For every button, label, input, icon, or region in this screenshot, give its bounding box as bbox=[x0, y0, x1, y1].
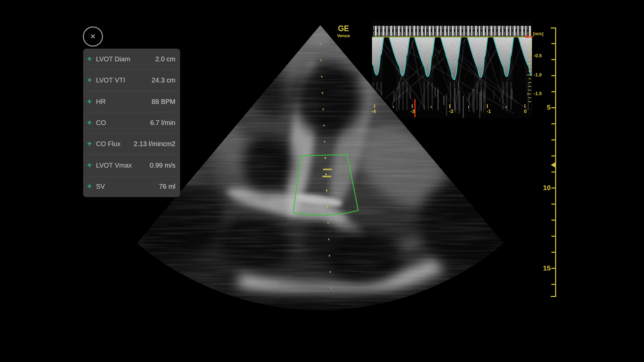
add-measurement-icon[interactable]: + bbox=[87, 140, 96, 148]
measurement-value: 88 BPM bbox=[152, 98, 175, 106]
measurement-row[interactable]: +LVOT Vmax0.99 m/s bbox=[83, 155, 180, 176]
measurement-value: 2.13 l/mincm2 bbox=[134, 140, 176, 148]
add-measurement-icon[interactable]: + bbox=[87, 76, 96, 84]
measurement-label: LVOT VTI bbox=[96, 76, 152, 84]
measurement-value: 0.99 m/s bbox=[150, 162, 175, 169]
add-measurement-icon[interactable]: + bbox=[87, 98, 96, 106]
measurement-value: 2.0 cm bbox=[155, 55, 175, 63]
focus-depth-marker[interactable] bbox=[551, 162, 556, 168]
spectral-doppler-panel bbox=[363, 21, 539, 120]
measurement-row[interactable]: +LVOT Diam2.0 cm bbox=[83, 49, 180, 69]
measurement-row[interactable]: +CO Flux2.13 l/mincm2 bbox=[83, 133, 180, 155]
timeline-cursor[interactable] bbox=[414, 99, 416, 117]
measurement-value: 24.3 cm bbox=[152, 76, 175, 84]
measurement-label: CO bbox=[96, 119, 150, 127]
add-measurement-icon[interactable]: + bbox=[87, 55, 96, 63]
add-measurement-icon[interactable]: + bbox=[87, 119, 96, 127]
measurement-label: HR bbox=[96, 98, 152, 106]
measurement-value: 6.7 l/min bbox=[150, 119, 175, 127]
measurement-row[interactable]: +SV76 ml bbox=[83, 176, 180, 197]
add-measurement-icon[interactable]: + bbox=[87, 183, 96, 190]
measurement-label: LVOT Diam bbox=[96, 55, 155, 63]
measurement-label: CO Flux bbox=[96, 140, 134, 148]
measurement-row[interactable]: +LVOT VTI24.3 cm bbox=[83, 69, 180, 90]
measurement-row[interactable]: +HR88 BPM bbox=[83, 91, 180, 112]
measurement-panel: +LVOT Diam2.0 cm+LVOT VTI24.3 cm+HR88 BP… bbox=[83, 49, 180, 197]
close-panel-button[interactable]: ✕ bbox=[83, 26, 103, 47]
measurement-label: SV bbox=[96, 183, 159, 190]
measurement-label: LVOT Vmax bbox=[96, 162, 150, 169]
add-measurement-icon[interactable]: + bbox=[87, 162, 96, 169]
depth-ruler bbox=[551, 27, 556, 297]
measurement-row[interactable]: +CO6.7 l/min bbox=[83, 112, 180, 133]
measurement-value: 76 ml bbox=[159, 183, 175, 190]
